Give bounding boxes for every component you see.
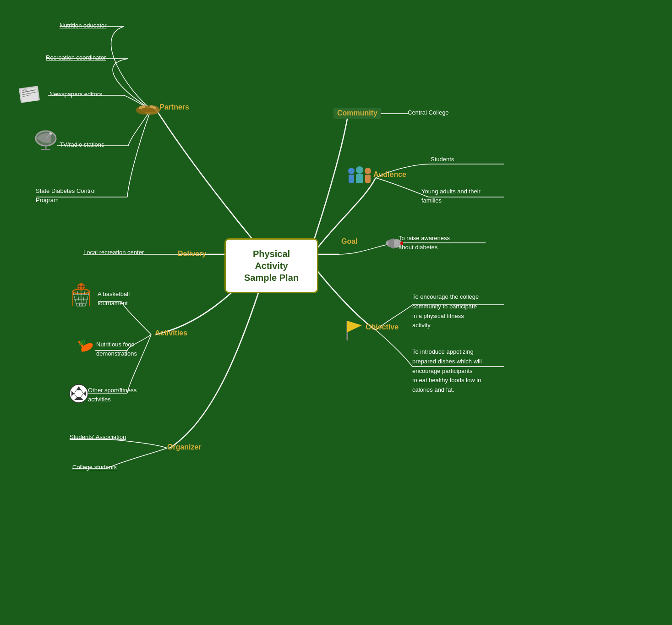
leaf-raise-awareness: To raise awarenessabout diabetes — [399, 234, 450, 252]
leaf-tv-radio: TV/radio stations — [60, 141, 104, 148]
center-node: Physical ActivitySample Plan — [224, 238, 318, 293]
center-title: Physical ActivitySample Plan — [244, 249, 299, 283]
leaf-college-students: College students — [72, 464, 117, 471]
leaf-introduce-dishes: To introduce appetizingprepared dishes w… — [412, 347, 482, 395]
satellite-icon — [33, 129, 58, 154]
leaf-state-diabetes: State Diabetes ControlProgram — [36, 186, 96, 204]
organizer-label: Organizer — [167, 443, 202, 451]
leaf-newspapers-editors: Newspapers editors — [49, 91, 102, 98]
newspaper-icon: ADS — [17, 85, 43, 107]
leaf-other-sport: Other sport/fitnessactivities — [88, 386, 137, 404]
leaf-students: Students — [431, 156, 454, 163]
leaf-nutrition-educator: Nutrition educator — [60, 22, 107, 29]
carrot-icon — [72, 338, 95, 356]
flag-icon — [344, 318, 364, 343]
svg-point-56 — [348, 168, 355, 174]
leaf-students-association: Students' Association — [70, 433, 126, 440]
svg-point-58 — [356, 166, 363, 174]
people-icon — [346, 166, 373, 189]
svg-rect-57 — [349, 175, 354, 183]
leaf-encourage-college: To encourage the collegecommunity to par… — [412, 292, 479, 330]
audience-label: Audience — [373, 170, 406, 179]
svg-point-60 — [365, 168, 371, 174]
objective-label: Objective — [366, 323, 399, 331]
leaf-nutritious-food: Nutritious fooddemonstrations — [96, 340, 137, 358]
svg-rect-61 — [365, 175, 371, 183]
leaf-young-adults: Young adults and theirfamilies — [421, 187, 481, 205]
svg-rect-59 — [356, 174, 363, 183]
activities-label: Activities — [155, 329, 187, 337]
svg-rect-19 — [141, 108, 155, 112]
leaf-recreation-coordinator: Recreation coordinator — [46, 54, 106, 61]
basketball-icon — [69, 283, 94, 312]
partners-label: Partners — [159, 103, 189, 111]
svg-rect-63 — [386, 241, 388, 245]
soccer-icon — [68, 383, 90, 406]
leaf-central-college: Central College — [408, 109, 449, 116]
goal-label: Goal — [341, 237, 358, 246]
community-label: Community — [333, 108, 381, 119]
partners-icon — [135, 100, 160, 120]
delivery-label: Delivery — [178, 250, 206, 258]
svg-marker-66 — [347, 321, 362, 332]
leaf-basketball: A basketballtournament — [98, 290, 130, 307]
leaf-local-recreation: Local recreation center — [83, 249, 144, 256]
